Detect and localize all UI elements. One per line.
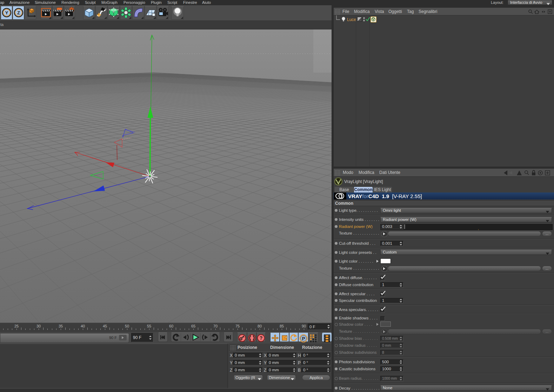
svg-text:Y: Y: [5, 10, 8, 15]
svg-text:?: ?: [260, 335, 263, 341]
svg-text:Z: Z: [17, 10, 20, 15]
svg-text:P: P: [302, 336, 305, 341]
